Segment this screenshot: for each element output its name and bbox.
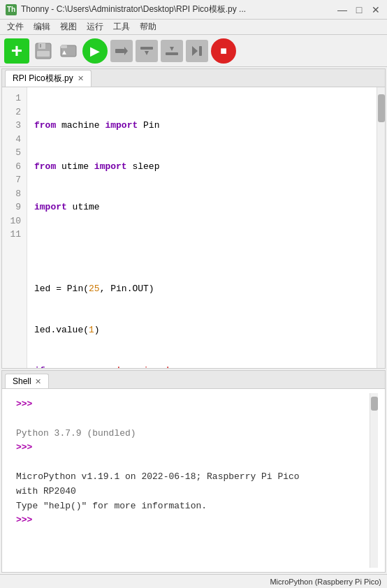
editor-tabs-bar: RPI Pico模板.py ✕ <box>2 69 385 87</box>
step-over-icon <box>114 43 129 59</box>
stop-button[interactable]: ■ <box>211 38 236 64</box>
run-button[interactable]: ▶ <box>82 38 108 64</box>
shell-scrollbar[interactable] <box>370 393 378 568</box>
shell-tab-close-icon[interactable]: ✕ <box>35 377 41 386</box>
svg-rect-2 <box>37 51 50 57</box>
menu-run[interactable]: 运行 <box>82 20 108 34</box>
maximize-button[interactable]: □ <box>353 4 365 15</box>
title-controls: — □ ✕ <box>337 4 381 15</box>
step-over-button[interactable] <box>110 40 133 62</box>
main-window: Th Thonny - C:\Users\Administrator\Deskt… <box>0 0 387 588</box>
editor-tab-rpi[interactable]: RPI Pico模板.py ✕ <box>5 70 92 87</box>
step-into-button[interactable] <box>136 40 158 62</box>
shell-scrollbar-thumb[interactable] <box>371 397 378 411</box>
shell-python-version: Python 3.7.9 (bundled) <box>16 428 136 439</box>
menu-tools[interactable]: 工具 <box>109 20 134 34</box>
editor-panel: RPI Pico模板.py ✕ 12345 678910 11 from mac… <box>1 68 386 369</box>
status-text: MicroPython (Raspberry Pi Pico) <box>270 578 381 586</box>
menu-help[interactable]: 帮助 <box>136 20 161 34</box>
shell-tab-label: Shell <box>13 376 31 386</box>
window-title: Thonny - C:\Users\Administrator\Desktop\… <box>21 3 246 15</box>
line-numbers: 12345 678910 11 <box>2 87 27 368</box>
svg-rect-7 <box>115 49 124 53</box>
svg-rect-3 <box>40 44 41 47</box>
app-icon: Th <box>6 4 17 15</box>
save-icon <box>34 41 53 61</box>
shell-prompt-1: >>> <box>16 399 32 409</box>
svg-rect-9 <box>140 47 153 50</box>
menu-edit[interactable]: 编辑 <box>29 20 54 34</box>
close-button[interactable]: ✕ <box>370 4 381 15</box>
shell-text-area[interactable]: >>> Python 3.7.9 (bundled) >>> MicroPyth… <box>9 393 370 568</box>
editor-scrollbar[interactable] <box>377 87 385 368</box>
step-out-icon <box>164 43 180 59</box>
resume-icon <box>189 43 205 59</box>
step-into-icon <box>139 43 154 59</box>
shell-prompt-3: >>> <box>16 515 32 525</box>
shell-micropython-info-2: with RP2040 <box>16 486 76 497</box>
code-content[interactable]: from machine import Pin from utime impor… <box>27 87 377 368</box>
load-icon: ▲ <box>59 41 78 61</box>
menu-bar: 文件 编辑 视图 运行 工具 帮助 <box>0 20 387 35</box>
title-left: Th Thonny - C:\Users\Administrator\Deskt… <box>6 3 246 15</box>
menu-file[interactable]: 文件 <box>3 20 28 34</box>
shell-content[interactable]: >>> Python 3.7.9 (bundled) >>> MicroPyth… <box>2 389 385 572</box>
menu-view[interactable]: 视图 <box>56 20 81 34</box>
shell-tab[interactable]: Shell ✕ <box>5 374 49 388</box>
resume-button[interactable] <box>186 40 208 62</box>
svg-marker-8 <box>124 47 128 55</box>
new-file-button[interactable]: + <box>4 38 29 64</box>
editor-tab-close-icon[interactable]: ✕ <box>78 74 84 83</box>
svg-marker-11 <box>170 47 174 51</box>
shell-micropython-info-1: MicroPython v1.19.1 on 2022-06-18; Raspb… <box>16 471 300 482</box>
status-bar: MicroPython (Raspberry Pi Pico) <box>0 574 387 588</box>
shell-prompt-2: >>> <box>16 442 32 453</box>
svg-text:▲: ▲ <box>61 48 68 56</box>
editor-tab-label: RPI Pico模板.py <box>13 73 73 84</box>
step-out-button[interactable] <box>161 40 183 62</box>
svg-rect-14 <box>199 46 202 56</box>
svg-marker-10 <box>145 51 149 55</box>
svg-rect-12 <box>166 52 178 55</box>
svg-rect-1 <box>38 43 45 49</box>
minimize-button[interactable]: — <box>337 4 348 15</box>
save-button[interactable] <box>32 40 54 62</box>
load-button[interactable]: ▲ <box>57 40 80 62</box>
shell-panel: Shell ✕ >>> Python 3.7.9 (bundled) >>> M… <box>1 370 386 573</box>
code-editor: 12345 678910 11 from machine import Pin … <box>2 87 385 368</box>
editor-scrollbar-thumb[interactable] <box>378 94 385 122</box>
shell-micropython-info-3: Type "help()" for more information. <box>16 501 207 511</box>
title-bar: Th Thonny - C:\Users\Administrator\Deskt… <box>0 0 387 20</box>
svg-marker-13 <box>192 46 198 56</box>
toolbar: + ▲ ▶ <box>0 35 387 67</box>
shell-tabs-bar: Shell ✕ <box>2 371 385 389</box>
